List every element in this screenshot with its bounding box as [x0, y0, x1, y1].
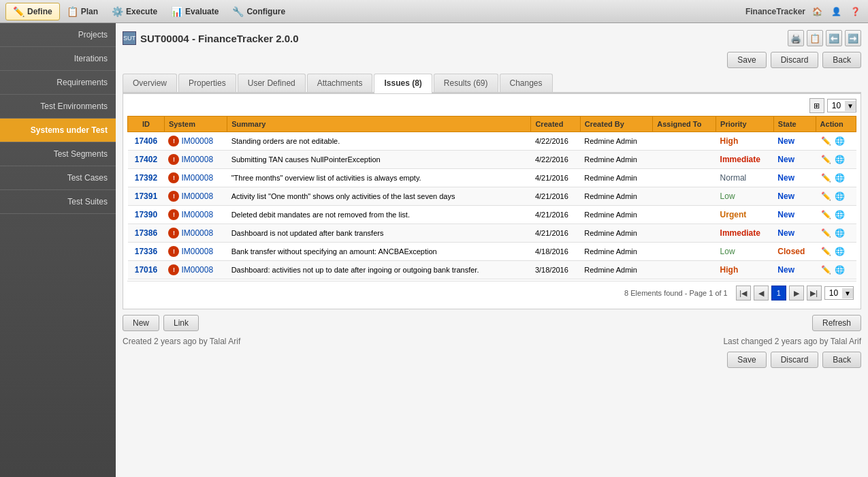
edit-icon[interactable]: ✏️ — [820, 264, 832, 276]
globe-icon[interactable]: 🌐 — [833, 264, 846, 276]
col-created: Created — [531, 117, 580, 132]
cell-state: New — [773, 169, 816, 187]
prev-icon[interactable]: ⬅️ — [826, 30, 842, 46]
edit-icon[interactable]: ✏️ — [820, 227, 832, 239]
nav-configure[interactable]: 🔧 Configure — [225, 3, 292, 20]
globe-icon[interactable]: 🌐 — [833, 135, 846, 147]
nav-define[interactable]: ✏️ Define — [5, 3, 60, 20]
sidebar-item-test-segments[interactable]: Test Segments — [0, 142, 116, 166]
cell-action: ✏️ 🌐 — [816, 151, 856, 169]
cell-created-by: Redmine Admin — [580, 169, 652, 187]
last-changed-info: Last changed 2 years ago by Talal Arif — [723, 337, 861, 346]
cell-action: ✏️ 🌐 — [816, 187, 856, 206]
issue-id-link[interactable]: 17406 — [135, 136, 157, 146]
nav-home-icon[interactable]: 🏠 — [809, 4, 824, 19]
issue-id-link[interactable]: 17386 — [135, 228, 157, 238]
nav-user-icon[interactable]: 👤 — [829, 4, 843, 19]
columns-icon[interactable]: ⊞ — [809, 98, 824, 113]
tab-issues[interactable]: Issues (8) — [374, 74, 432, 93]
next-icon[interactable]: ➡️ — [845, 30, 861, 46]
tab-results[interactable]: Results (69) — [434, 74, 498, 92]
cell-assigned-to — [653, 151, 716, 169]
sidebar-item-requirements[interactable]: Requirements — [0, 71, 116, 95]
edit-icon[interactable]: ✏️ — [820, 172, 832, 184]
tab-changes[interactable]: Changes — [500, 74, 553, 92]
edit-icon[interactable]: ✏️ — [820, 153, 832, 166]
page-first-btn[interactable]: |◀ — [736, 286, 751, 301]
tab-overview[interactable]: Overview — [123, 74, 177, 92]
globe-icon[interactable]: 🌐 — [833, 153, 846, 166]
configure-icon: 🔧 — [232, 6, 244, 17]
bottom-left-actions: New Link — [123, 315, 199, 331]
sidebar-item-test-suites[interactable]: Test Suites — [0, 190, 116, 214]
edit-icon[interactable]: ✏️ — [820, 135, 832, 147]
sidebar-item-systems-under-test[interactable]: Systems under Test — [0, 119, 116, 142]
cell-created-by: Redmine Admin — [580, 243, 652, 261]
page-1-btn[interactable]: 1 — [771, 286, 786, 301]
cell-id: 17386 — [128, 224, 165, 243]
back-button[interactable]: Back — [822, 52, 861, 68]
per-page-select[interactable]: 10 ▼ — [827, 99, 856, 112]
tab-attachments[interactable]: Attachments — [307, 74, 373, 92]
save-button[interactable]: Save — [727, 52, 766, 68]
globe-icon[interactable]: 🌐 — [833, 209, 846, 221]
table-row: 17390 ! IM00008 Deleted debit mandates a… — [128, 206, 856, 224]
nav-evaluate[interactable]: 📊 Evaluate — [164, 3, 225, 20]
cell-summary: Deleted debit mandates are not removed f… — [227, 206, 531, 224]
tab-user-defined[interactable]: User Defined — [238, 74, 306, 92]
page-next-btn[interactable]: ▶ — [789, 286, 804, 301]
system-link[interactable]: IM00008 — [181, 247, 213, 256]
system-link[interactable]: IM00008 — [181, 136, 213, 146]
cell-priority: Low — [716, 187, 774, 206]
system-link[interactable]: IM00008 — [181, 191, 213, 201]
table-row: 17402 ! IM00008 Submitting TAN causes Nu… — [128, 151, 856, 169]
sidebar-item-test-cases[interactable]: Test Cases — [0, 166, 116, 190]
execute-icon: ⚙️ — [112, 6, 123, 17]
system-link[interactable]: IM00008 — [181, 265, 213, 275]
bug-icon: ! — [168, 209, 179, 220]
system-link[interactable]: IM00008 — [181, 155, 213, 164]
per-page-arrow-bottom[interactable]: ▼ — [842, 288, 853, 298]
cell-id: 17406 — [128, 132, 165, 151]
copy-icon[interactable]: 📋 — [807, 30, 823, 46]
page-last-btn[interactable]: ▶| — [807, 286, 822, 301]
cell-assigned-to — [653, 132, 716, 151]
tab-properties[interactable]: Properties — [178, 74, 236, 92]
back-button-bottom[interactable]: Back — [822, 352, 861, 368]
issue-id-link[interactable]: 17392 — [135, 173, 157, 183]
globe-icon[interactable]: 🌐 — [833, 172, 846, 184]
save-button-bottom[interactable]: Save — [727, 352, 766, 368]
issue-id-link[interactable]: 17016 — [135, 265, 157, 275]
edit-icon[interactable]: ✏️ — [820, 245, 832, 258]
globe-icon[interactable]: 🌐 — [833, 190, 846, 202]
per-page-arrow[interactable]: ▼ — [845, 101, 856, 111]
nav-plan[interactable]: 📋 Plan — [60, 3, 105, 20]
nav-help-icon[interactable]: ❓ — [848, 4, 863, 19]
footer-info: Created 2 years ago by Talal Arif Last c… — [123, 337, 861, 346]
system-link[interactable]: IM00008 — [181, 210, 213, 219]
sidebar-item-iterations[interactable]: Iterations — [0, 47, 116, 71]
issue-id-link[interactable]: 17391 — [135, 191, 157, 201]
globe-icon[interactable]: 🌐 — [833, 245, 846, 258]
edit-icon[interactable]: ✏️ — [820, 209, 832, 221]
discard-button-bottom[interactable]: Discard — [771, 352, 819, 368]
nav-execute[interactable]: ⚙️ Execute — [105, 3, 164, 20]
per-page-select-bottom[interactable]: 10 ▼ — [824, 286, 854, 300]
sidebar-item-test-environments[interactable]: Test Environments — [0, 95, 116, 119]
discard-button[interactable]: Discard — [771, 52, 819, 68]
sidebar-item-projects[interactable]: Projects — [0, 23, 116, 47]
globe-icon[interactable]: 🌐 — [833, 227, 846, 239]
print-icon[interactable]: 🖨️ — [788, 30, 804, 46]
issue-id-link[interactable]: 17390 — [135, 210, 157, 219]
system-link[interactable]: IM00008 — [181, 173, 213, 183]
issue-id-link[interactable]: 17336 — [135, 247, 157, 256]
issue-id-link[interactable]: 17402 — [135, 155, 157, 164]
new-button[interactable]: New — [123, 315, 159, 331]
system-link[interactable]: IM00008 — [181, 228, 213, 238]
cell-system: ! IM00008 — [164, 224, 227, 243]
page-prev-btn[interactable]: ◀ — [754, 286, 769, 301]
link-button[interactable]: Link — [163, 315, 199, 331]
edit-icon[interactable]: ✏️ — [820, 190, 832, 202]
cell-priority: Normal — [716, 169, 774, 187]
refresh-button[interactable]: Refresh — [812, 315, 861, 331]
